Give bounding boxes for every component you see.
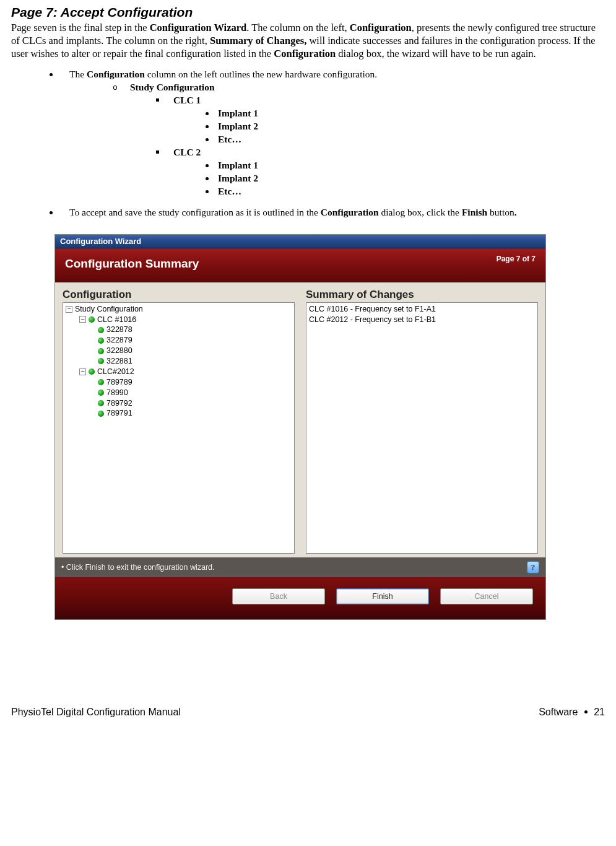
tree-row[interactable]: 322880 [66, 346, 292, 356]
status-dot-icon [98, 400, 104, 406]
text-bold: . [514, 207, 517, 217]
text-bold: Configuration [321, 207, 379, 217]
text-bold: Study Configuration [130, 82, 215, 92]
tree-label: Study Configuration [75, 304, 143, 315]
page-title: Page 7: Accept Configuration [11, 5, 605, 20]
bullet-item: The Configuration column on the left out… [59, 69, 605, 198]
tree-label: 789791 [106, 408, 132, 419]
status-dot-icon [98, 411, 104, 417]
tree-label: CLC#2012 [97, 367, 134, 377]
summary-line: CLC #2012 - Frequency set to F1-B1 [309, 315, 535, 325]
status-dot-icon [98, 327, 104, 333]
text-bold: Configuration [274, 48, 336, 59]
button-bar: Back Finish Cancel [55, 577, 545, 619]
summary-panel[interactable]: CLC #1016 - Frequency set to F1-A1 CLC #… [306, 302, 538, 554]
bullet-item: To accept and save the study configurati… [59, 207, 605, 218]
banner-page-indicator: Page 7 of 7 [497, 255, 536, 263]
status-dot-icon [89, 368, 95, 375]
text: Page seven is the final step in the [11, 22, 150, 33]
text-bold: Configuration [350, 22, 412, 33]
footer-section: Software [539, 707, 578, 717]
hint-text: • Click Finish to exit the configuration… [61, 563, 215, 572]
status-dot-icon [98, 338, 104, 344]
text-bold: Configuration [87, 69, 145, 79]
sub-sub-item: CLC 1 Implant 1 Implant 2 Etc… [156, 94, 605, 146]
finish-button[interactable]: Finish [336, 588, 429, 604]
tree-row[interactable]: − CLC #1016 [66, 315, 292, 325]
footer-right: Software 21 [539, 707, 605, 718]
sub-sub-item: CLC 2 Implant 1 Implant 2 Etc… [156, 146, 605, 198]
status-dot-icon [98, 348, 104, 354]
text-bold: CLC 2 [173, 147, 201, 157]
column-title-configuration: Configuration [63, 289, 295, 301]
wizard-content: Configuration − Study Configuration − CL… [55, 282, 545, 557]
wizard-window: Configuration Wizard Configuration Summa… [54, 234, 546, 620]
text: The [69, 69, 87, 79]
text: dialog box, click the [379, 207, 462, 217]
status-dot-icon [89, 316, 95, 323]
footer-left: PhysioTel Digital Configuration Manual [11, 707, 181, 718]
tree-row[interactable]: 789792 [66, 398, 292, 409]
page-footer: PhysioTel Digital Configuration Manual S… [0, 707, 616, 718]
tree-label: 322879 [106, 335, 132, 346]
text: To accept and save the study configurati… [69, 207, 321, 217]
tree-label: 789792 [106, 398, 132, 409]
tree-row[interactable]: 322881 [66, 356, 292, 367]
leaf-item: Etc… [215, 133, 605, 146]
text: dialog box, the wizard will have to be r… [336, 48, 536, 59]
column-title-summary: Summary of Changes [306, 289, 538, 301]
text-bold: Finish [462, 207, 487, 217]
banner-title: Configuration Summary [65, 257, 199, 271]
tree-row[interactable]: 789791 [66, 408, 292, 419]
leaf-item: Implant 1 [215, 107, 605, 120]
tree-label: 322880 [106, 346, 132, 356]
sub-bullet-item: Study Configuration CLC 1 Implant 1 Impl… [113, 81, 605, 198]
tree-label: 322881 [106, 356, 132, 367]
status-dot-icon [98, 379, 104, 385]
bullet-separator-icon [584, 710, 588, 713]
footer-page-number: 21 [594, 707, 605, 717]
text: column on the left outlines the new hard… [145, 69, 377, 79]
tree-row[interactable]: 322879 [66, 335, 292, 346]
window-titlebar: Configuration Wizard [55, 235, 545, 248]
hint-bar: • Click Finish to exit the configuration… [55, 557, 545, 577]
tree-row[interactable]: − CLC#2012 [66, 367, 292, 377]
tree-label: 322878 [106, 325, 132, 335]
tree-row[interactable]: 789789 [66, 377, 292, 388]
tree-row[interactable]: − Study Configuration [66, 304, 292, 315]
summary-line: CLC #1016 - Frequency set to F1-A1 [309, 304, 535, 315]
tree-label: 789789 [106, 377, 132, 388]
banner: Configuration Summary Page 7 of 7 [55, 248, 545, 282]
leaf-item: Implant 1 [215, 159, 605, 172]
collapse-icon[interactable]: − [66, 306, 72, 313]
text: . The column on the left, [246, 22, 350, 33]
back-button[interactable]: Back [232, 588, 325, 604]
text-bold: CLC 1 [173, 95, 201, 105]
intro-paragraph: Page seven is the final step in the Conf… [11, 21, 605, 60]
tree-row[interactable]: 322878 [66, 325, 292, 335]
leaf-item: Implant 2 [215, 120, 605, 133]
configuration-tree-panel[interactable]: − Study Configuration − CLC #1016 322878… [63, 302, 295, 554]
tree-label: 78990 [106, 388, 128, 398]
text-bold: Summary of Changes, [210, 35, 306, 46]
leaf-item: Etc… [215, 185, 605, 198]
collapse-icon[interactable]: − [79, 316, 86, 323]
leaf-item: Implant 2 [215, 172, 605, 185]
tree-label: CLC #1016 [97, 315, 136, 325]
cancel-button[interactable]: Cancel [440, 588, 533, 604]
tree-row[interactable]: 78990 [66, 388, 292, 398]
status-dot-icon [98, 390, 104, 396]
text: button [487, 207, 514, 217]
status-dot-icon [98, 358, 104, 364]
text-bold: Configuration Wizard [150, 22, 247, 33]
help-icon[interactable]: ? [527, 561, 539, 573]
collapse-icon[interactable]: − [79, 368, 86, 375]
